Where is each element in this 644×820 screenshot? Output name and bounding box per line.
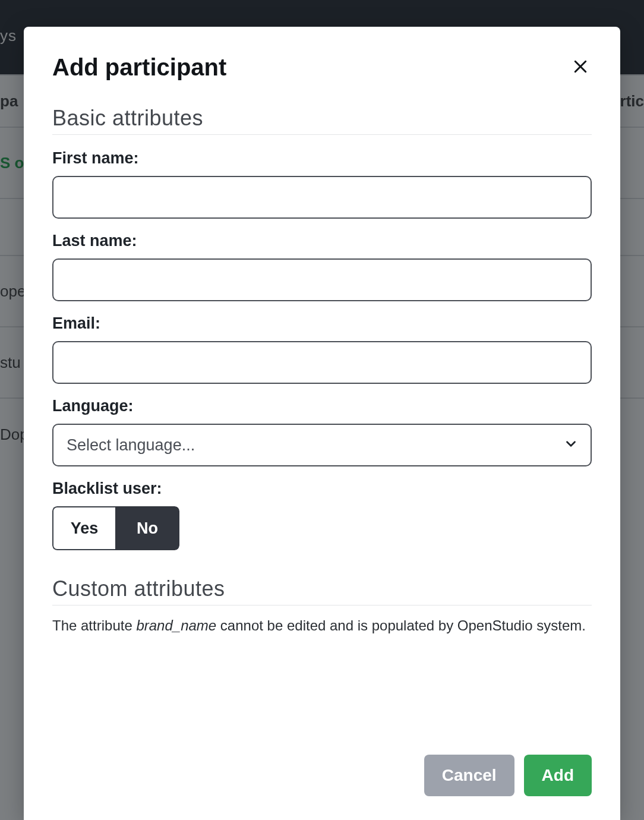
add-button[interactable]: Add bbox=[524, 755, 592, 796]
language-label: Language: bbox=[52, 397, 592, 415]
section-basic-attributes: Basic attributes bbox=[52, 106, 592, 135]
field-email: Email: bbox=[52, 314, 592, 384]
blacklist-toggle: Yes No bbox=[52, 506, 179, 550]
blacklist-label: Blacklist user: bbox=[52, 480, 592, 498]
section-custom-attributes: Custom attributes bbox=[52, 576, 592, 605]
language-select[interactable]: Select language... bbox=[52, 424, 592, 466]
email-label: Email: bbox=[52, 314, 592, 333]
blacklist-yes-button[interactable]: Yes bbox=[52, 506, 115, 550]
last-name-input[interactable] bbox=[52, 258, 592, 301]
cancel-button[interactable]: Cancel bbox=[424, 755, 514, 796]
first-name-label: First name: bbox=[52, 149, 592, 168]
field-blacklist: Blacklist user: Yes No bbox=[52, 480, 592, 550]
modal-footer: Cancel Add bbox=[52, 737, 592, 796]
add-participant-modal: Add participant Basic attributes First n… bbox=[24, 27, 620, 820]
custom-attribute-note: The attribute brand_name cannot be edite… bbox=[52, 615, 592, 636]
close-button[interactable] bbox=[569, 55, 592, 80]
modal-header: Add participant bbox=[52, 54, 592, 81]
chevron-down-icon bbox=[563, 436, 579, 454]
blacklist-no-button[interactable]: No bbox=[115, 506, 179, 550]
field-language: Language: Select language... bbox=[52, 397, 592, 466]
field-last-name: Last name: bbox=[52, 232, 592, 301]
close-icon bbox=[572, 68, 589, 77]
email-input[interactable] bbox=[52, 341, 592, 384]
note-prefix: The attribute bbox=[52, 617, 136, 633]
note-suffix: cannot be edited and is populated by Ope… bbox=[216, 617, 586, 633]
last-name-label: Last name: bbox=[52, 232, 592, 250]
first-name-input[interactable] bbox=[52, 176, 592, 219]
field-first-name: First name: bbox=[52, 149, 592, 219]
note-attr-name: brand_name bbox=[136, 617, 216, 633]
language-placeholder: Select language... bbox=[67, 436, 195, 455]
modal-title: Add participant bbox=[52, 54, 226, 81]
